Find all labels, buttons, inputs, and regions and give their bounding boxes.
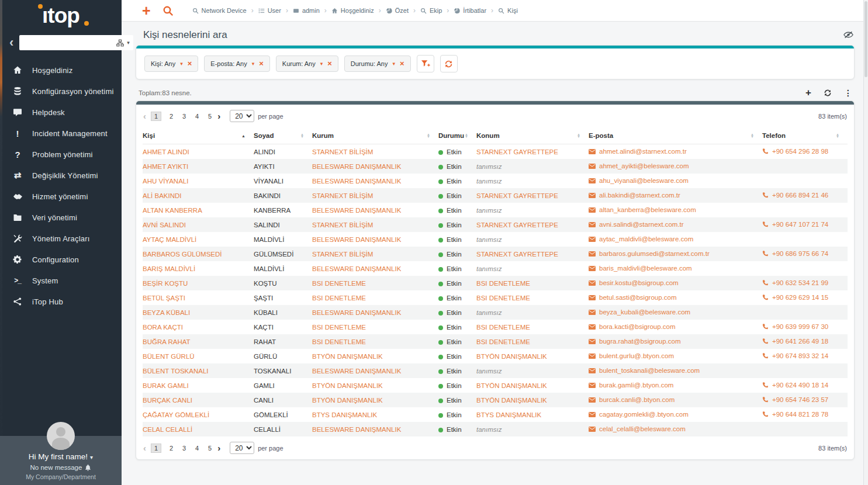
- sidebar-item-yonetim-araclari[interactable]: Yönetim Araçları: [0, 228, 122, 249]
- sort-icon[interactable]: ▲▼: [751, 133, 754, 138]
- page-number[interactable]: 4: [194, 113, 200, 120]
- add-filter-button[interactable]: [417, 55, 434, 72]
- location-link[interactable]: BSI DENETLEME: [476, 295, 530, 302]
- location-link[interactable]: BTYS DANIŞMANLIK: [476, 411, 541, 418]
- person-link[interactable]: BETÜL ŞAŞTI: [143, 295, 185, 302]
- person-link[interactable]: BARIŞ MALDİVLİ: [143, 265, 195, 272]
- organization-link[interactable]: BELESWARE DANIŞMANLIK: [312, 426, 401, 433]
- phone-link[interactable]: +90 654 746 23 57: [772, 396, 828, 403]
- person-link[interactable]: ALTAN KANBERRA: [143, 207, 202, 214]
- phone-link[interactable]: +90 666 894 21 46: [772, 192, 828, 199]
- phone-link[interactable]: +90 674 893 32 14: [772, 352, 828, 359]
- email-link[interactable]: burak.gamli@.btyon.com: [599, 382, 673, 389]
- prev-page-icon[interactable]: ‹: [143, 443, 146, 453]
- column-header-kurum[interactable]: Kurum▲▼: [312, 132, 438, 139]
- email-link[interactable]: bulent.gurlu@.btyon.com: [599, 352, 674, 359]
- phone-link[interactable]: +90 629 629 14 15: [772, 294, 828, 301]
- scrollbar-thumb[interactable]: [864, 1, 867, 77]
- sort-icon[interactable]: ▲▼: [836, 133, 839, 138]
- email-link[interactable]: ahmet.alindi@starnext.com.tr: [599, 148, 687, 155]
- breadcrumb-item-admin[interactable]: admin: [293, 7, 320, 14]
- sidebar-item-helpdesk[interactable]: Helpdesk: [0, 102, 122, 123]
- column-header-durumu[interactable]: Durumu▲▼: [438, 132, 476, 139]
- sort-icon[interactable]: ▲▼: [577, 133, 580, 138]
- page-number[interactable]: 3: [181, 113, 187, 120]
- sidebar-item-itop-hub[interactable]: iTop Hub: [0, 291, 122, 312]
- chip-caret-icon[interactable]: ▾: [180, 61, 183, 67]
- sidebar-collapse-icon[interactable]: ‹: [9, 37, 13, 49]
- organization-link[interactable]: BELESWARE DANIŞMANLIK: [312, 163, 401, 170]
- filter-chip[interactable]: Durumu: Any ▾ ×: [344, 56, 411, 72]
- page-number[interactable]: 4: [194, 445, 200, 452]
- search-scope-caret-icon[interactable]: ▾: [127, 40, 130, 46]
- page-number[interactable]: 2: [168, 445, 174, 452]
- email-link[interactable]: avni.salindi@starnext.com.tr: [599, 221, 684, 228]
- chip-caret-icon[interactable]: ▾: [392, 61, 395, 67]
- chip-close-icon[interactable]: ×: [327, 61, 332, 67]
- person-link[interactable]: AVNİ SALINDI: [143, 221, 186, 228]
- person-link[interactable]: AHMET ALINDI: [143, 148, 189, 155]
- column-header-konum[interactable]: Konum▲▼: [476, 132, 589, 139]
- person-link[interactable]: BARBAROS GÜLÜMSEDİ: [143, 251, 222, 258]
- next-page-icon[interactable]: ›: [217, 443, 220, 453]
- page-number[interactable]: 5: [207, 113, 213, 120]
- email-link[interactable]: bugra.rahat@bsigroup.com: [599, 338, 681, 345]
- location-link[interactable]: STARNEXT GAYRETTEPE: [476, 192, 558, 199]
- column-header-telefon[interactable]: Telefon▲▼: [762, 132, 848, 139]
- quick-create-button[interactable]: +: [142, 4, 151, 18]
- chip-close-icon[interactable]: ×: [400, 61, 404, 67]
- organization-link[interactable]: BELESWARE DANIŞMANLIK: [312, 265, 401, 272]
- sort-icon[interactable]: ▲▼: [465, 133, 468, 138]
- global-search-icon[interactable]: [162, 5, 174, 16]
- organization-link[interactable]: STARNEXT BİLİŞİM: [312, 221, 373, 228]
- location-link[interactable]: STARNEXT GAYRETTEPE: [476, 251, 558, 258]
- person-link[interactable]: ÇAĞATAY GÖMLEKLİ: [143, 411, 209, 418]
- location-link[interactable]: STARNEXT GAYRETTEPE: [476, 148, 558, 155]
- organization-link[interactable]: BSI DENETLEME: [312, 295, 366, 302]
- phone-link[interactable]: +90 644 821 28 78: [772, 411, 828, 418]
- person-link[interactable]: ALİ BAKINDI: [143, 192, 181, 199]
- organization-link[interactable]: BSI DENETLEME: [312, 280, 366, 287]
- refresh-list-button[interactable]: [824, 89, 832, 97]
- location-link[interactable]: BSI DENETLEME: [476, 338, 530, 345]
- phone-link[interactable]: +90 639 999 67 30: [772, 323, 828, 330]
- page-number[interactable]: 2: [168, 113, 174, 120]
- filter-chip[interactable]: Kişi: Any ▾ ×: [144, 56, 198, 72]
- page-number[interactable]: 1: [151, 444, 161, 453]
- breadcrumb-item-hosgeldiniz[interactable]: Hoşgeldiniz: [331, 7, 374, 14]
- sidebar-item-incident-management[interactable]: ! Incident Management: [0, 123, 122, 144]
- email-link[interactable]: bora.kacti@bsigroup.com: [599, 323, 676, 330]
- user-avatar[interactable]: [47, 422, 75, 450]
- per-page-select[interactable]: 20: [230, 110, 254, 122]
- sidebar-item-problem-yonetimi[interactable]: ? Problem yönetimi: [0, 144, 122, 165]
- email-link[interactable]: bulent_toskanali@belesware.com: [599, 367, 700, 374]
- column-header-soyad[interactable]: Soyad▲▼: [254, 132, 312, 139]
- hide-search-icon[interactable]: [843, 31, 853, 39]
- person-link[interactable]: BÜLENT TOSKANALI: [143, 368, 209, 375]
- prev-page-icon[interactable]: ‹: [143, 111, 146, 121]
- phone-link[interactable]: +90 632 534 21 99: [772, 279, 828, 286]
- breadcrumb-item-network-device[interactable]: Network Device: [192, 7, 247, 14]
- page-number[interactable]: 1: [151, 112, 161, 121]
- message-status[interactable]: No new message: [0, 464, 122, 471]
- organization-link[interactable]: STARNEXT BİLİŞİM: [312, 251, 373, 258]
- email-link[interactable]: cagatay.gomlekli@.btyon.com: [599, 411, 689, 418]
- sidebar-item-hosgeldiniz[interactable]: Hoşgeldiniz: [0, 60, 122, 81]
- breadcrumb-item-ekip[interactable]: Ekip: [420, 7, 442, 14]
- add-object-button[interactable]: +: [805, 89, 811, 97]
- person-link[interactable]: BEŞİR KOŞTU: [143, 280, 188, 287]
- breadcrumb-item-ozet[interactable]: Özet: [386, 7, 409, 14]
- person-link[interactable]: CELAL CELALLİ: [143, 426, 192, 433]
- person-link[interactable]: AYTAÇ MALDİVLİ: [143, 236, 196, 243]
- page-number[interactable]: 5: [207, 445, 213, 452]
- email-link[interactable]: baris_maldivli@belesware.com: [599, 265, 692, 272]
- sort-icon[interactable]: ▲▼: [300, 133, 304, 138]
- organization-link[interactable]: STARNEXT BİLİŞİM: [312, 192, 373, 199]
- person-link[interactable]: BURAK GAMLI: [143, 382, 189, 389]
- email-link[interactable]: altan_kanberra@belesware.com: [599, 206, 696, 213]
- sidebar-item-hizmet-yonetimi[interactable]: Hizmet yönetimi: [0, 186, 122, 207]
- email-link[interactable]: ali.bakindi@starnext.com.tr: [599, 192, 680, 199]
- phone-link[interactable]: +90 624 490 18 14: [772, 382, 828, 389]
- person-link[interactable]: BURÇAK CANLI: [143, 397, 192, 404]
- sidebar-search-box[interactable]: ▾: [19, 35, 133, 50]
